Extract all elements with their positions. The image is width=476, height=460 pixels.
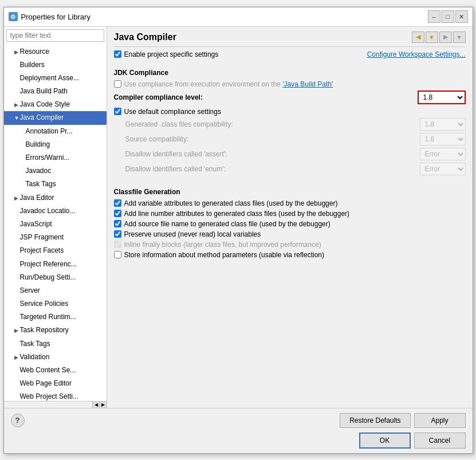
classfile-header: Classfile Generation bbox=[114, 188, 466, 196]
sidebar-item-java-editor[interactable]: ▶Java Editor bbox=[4, 191, 107, 205]
sidebar-label-run-debug-settings: Run/Debug Setti... bbox=[20, 273, 76, 281]
main-content: ▶ResourceBuildersDeployment Asse...Java … bbox=[4, 27, 473, 408]
sidebar-item-service-policies[interactable]: Service Policies bbox=[4, 297, 107, 310]
sidebar-item-web-project-settings[interactable]: Web Project Setti... bbox=[4, 390, 107, 400]
use-compliance-checkbox[interactable] bbox=[114, 80, 121, 88]
sidebar-item-validation[interactable]: ▶Validation bbox=[4, 351, 107, 364]
sidebar-item-java-code-style[interactable]: ▶Java Code Style bbox=[4, 98, 107, 111]
sidebar-item-server[interactable]: Server bbox=[4, 284, 107, 297]
classfile-checkbox-2[interactable] bbox=[114, 220, 121, 227]
sidebar-item-project-references[interactable]: Project Referenc... bbox=[4, 258, 107, 271]
back-button[interactable]: ◀ bbox=[412, 32, 424, 43]
enable-project-settings-checkbox[interactable] bbox=[114, 50, 121, 58]
use-compliance-label: Use compliance from execution environmen… bbox=[124, 80, 333, 88]
ok-button[interactable]: OK bbox=[359, 433, 411, 449]
sidebar-label-task-tags-root: Task Tags bbox=[20, 340, 50, 348]
configure-workspace-link[interactable]: Configure Workspace Settings... bbox=[367, 50, 466, 58]
java-build-path-link[interactable]: 'Java Build Path' bbox=[282, 80, 333, 88]
classfile-checkbox-0[interactable] bbox=[114, 199, 121, 207]
sidebar-label-java-compiler: Java Compiler bbox=[20, 113, 64, 121]
classfile-label-2: Add source file name to generated class … bbox=[124, 220, 331, 228]
right-panel: Java Compiler ◀ ▼ ▶ ▼ Enable project spe… bbox=[107, 27, 473, 408]
generated-files-row: Generated .class files compatibility: 1.… bbox=[114, 118, 466, 131]
classfile-option-5: Store information about method parameter… bbox=[114, 251, 466, 259]
classfile-label-0: Add variable attributes to generated cla… bbox=[124, 199, 338, 207]
use-default-label[interactable]: Use default compliance settings bbox=[124, 108, 221, 116]
classfile-checkbox-5[interactable] bbox=[114, 251, 121, 258]
apply-button[interactable]: Apply bbox=[414, 413, 466, 428]
filter-input[interactable] bbox=[6, 29, 104, 42]
navigation-arrows: ◀ ▼ ▶ ▼ bbox=[412, 32, 466, 43]
sidebar-label-web-page-editor: Web Page Editor bbox=[20, 379, 72, 387]
sidebar-item-builders[interactable]: Builders bbox=[4, 58, 107, 72]
sidebar-label-validation: Validation bbox=[20, 353, 50, 361]
title-controls: – □ ✕ bbox=[428, 10, 468, 23]
enable-project-settings-label[interactable]: Enable project specific settings bbox=[124, 50, 219, 58]
source-compat-select: 1.8 bbox=[420, 133, 466, 146]
classfile-checkbox-3[interactable] bbox=[114, 230, 121, 238]
sidebar-item-javadoc-location[interactable]: Javadoc Locatio... bbox=[4, 205, 107, 218]
source-compat-label: Source compatibility: bbox=[125, 135, 189, 143]
sidebar-item-errors-warnings[interactable]: Errors/Warni... bbox=[4, 151, 107, 164]
classfile-section: Classfile Generation Add variable attrib… bbox=[114, 183, 466, 261]
compiler-level-select-wrap: 1.3 1.4 1.5 1.6 1.7 1.8 bbox=[418, 91, 466, 104]
sidebar-label-java-editor: Java Editor bbox=[20, 194, 54, 202]
sidebar-label-jsp-fragment: JSP Fragment bbox=[20, 233, 64, 241]
help-button[interactable]: ? bbox=[11, 414, 25, 427]
sidebar-item-building[interactable]: Building bbox=[4, 138, 107, 151]
generated-files-label: Generated .class files compatibility: bbox=[125, 120, 233, 128]
sidebar-item-deployment-assembly[interactable]: Deployment Asse... bbox=[4, 72, 107, 85]
sidebar-label-java-code-style: Java Code Style bbox=[20, 100, 70, 108]
sidebar-item-project-facets[interactable]: Project Facets bbox=[4, 244, 107, 257]
sidebar-label-project-facets: Project Facets bbox=[20, 246, 64, 254]
ok-cancel-row: OK Cancel bbox=[11, 433, 466, 449]
title-bar: ⚙ Properties for Library – □ ✕ bbox=[4, 7, 473, 27]
sidebar-label-javadoc: Javadoc bbox=[26, 167, 52, 175]
enable-settings-wrap: Enable project specific settings bbox=[114, 50, 219, 58]
classfile-option-4: Inline finally blocks (larger class file… bbox=[114, 241, 466, 249]
classfile-options: Add variable attributes to generated cla… bbox=[114, 199, 466, 259]
nav-dropdown2-button[interactable]: ▼ bbox=[453, 32, 466, 43]
sidebar-item-task-repository[interactable]: ▶Task Repository bbox=[4, 324, 107, 337]
maximize-button[interactable]: □ bbox=[442, 10, 454, 23]
disallow-enum-label: Disallow identifiers called 'enum': bbox=[125, 165, 226, 173]
sidebar-item-task-tags-root[interactable]: Task Tags bbox=[4, 337, 107, 351]
restore-defaults-button[interactable]: Restore Defaults bbox=[340, 413, 410, 428]
sidebar: ▶ResourceBuildersDeployment Asse...Java … bbox=[4, 27, 107, 408]
use-default-checkbox[interactable] bbox=[114, 108, 121, 115]
sidebar-item-task-tags[interactable]: Task Tags bbox=[4, 178, 107, 191]
sidebar-item-javascript[interactable]: JavaScript bbox=[4, 218, 107, 231]
sidebar-label-task-tags: Task Tags bbox=[26, 180, 56, 188]
forward-button[interactable]: ▶ bbox=[439, 32, 452, 43]
nav-dropdown-button[interactable]: ▼ bbox=[426, 32, 438, 43]
classfile-label-5: Store information about method parameter… bbox=[124, 251, 325, 259]
right-buttons: Restore Defaults Apply bbox=[340, 413, 465, 428]
classfile-checkbox-1[interactable] bbox=[114, 210, 121, 217]
sidebar-item-java-build-path[interactable]: Java Build Path bbox=[4, 85, 107, 98]
cancel-button[interactable]: Cancel bbox=[414, 433, 466, 449]
sidebar-label-server: Server bbox=[20, 286, 40, 294]
scroll-right-button[interactable]: ▶ bbox=[100, 402, 107, 408]
sidebar-item-java-compiler[interactable]: ▼Java Compiler bbox=[4, 111, 107, 124]
sidebar-item-web-page-editor[interactable]: Web Page Editor bbox=[4, 377, 107, 390]
sidebar-item-javadoc[interactable]: Javadoc bbox=[4, 164, 107, 178]
sidebar-item-jsp-fragment[interactable]: JSP Fragment bbox=[4, 231, 107, 244]
classfile-label-3: Preserve unused (never read) local varia… bbox=[124, 230, 261, 238]
compiler-level-select[interactable]: 1.3 1.4 1.5 1.6 1.7 1.8 bbox=[419, 92, 465, 103]
sidebar-label-deployment-assembly: Deployment Asse... bbox=[20, 74, 79, 82]
tree-area: ▶ResourceBuildersDeployment Asse...Java … bbox=[4, 44, 107, 401]
close-button[interactable]: ✕ bbox=[455, 10, 468, 23]
horizontal-scrollbar[interactable] bbox=[4, 402, 93, 408]
sidebar-item-resource[interactable]: ▶Resource bbox=[4, 45, 107, 58]
toolbar-row: Enable project specific settings Configu… bbox=[114, 50, 466, 58]
sidebar-item-run-debug-settings[interactable]: Run/Debug Setti... bbox=[4, 271, 107, 284]
minimize-button[interactable]: – bbox=[428, 10, 440, 23]
sidebar-item-targeted-runtimes[interactable]: Targeted Runtim... bbox=[4, 310, 107, 324]
sidebar-item-web-content-settings[interactable]: Web Content Se... bbox=[4, 364, 107, 377]
tree-arrow-resource: ▶ bbox=[14, 48, 20, 56]
disallow-enum-row: Disallow identifiers called 'enum': Erro… bbox=[114, 163, 466, 175]
sidebar-item-annotation-processing[interactable]: Annotation Pr... bbox=[4, 125, 107, 138]
bottom-main-row: ? Restore Defaults Apply bbox=[11, 413, 466, 428]
scroll-left-button[interactable]: ◀ bbox=[93, 402, 100, 408]
properties-window: ⚙ Properties for Library – □ ✕ ▶Resource… bbox=[3, 7, 473, 454]
